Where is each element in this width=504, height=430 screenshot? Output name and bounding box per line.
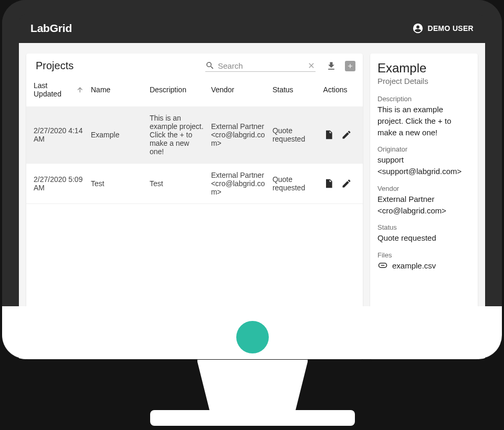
cell-name: Example — [88, 106, 146, 164]
cell-status: Quote requested — [269, 164, 320, 204]
details-description-value: This is an example project. Click the + … — [377, 104, 470, 138]
projects-tbody: 2/27/2020 4:14 AM Example This is an exa… — [26, 106, 363, 204]
details-status-value: Quote requested — [377, 232, 470, 244]
details-originator-label: Originator — [377, 145, 470, 153]
cell-last-updated: 2/27/2020 5:09 AM — [26, 164, 88, 204]
download-button[interactable] — [326, 61, 337, 71]
col-status[interactable]: Status — [269, 76, 320, 106]
col-vendor[interactable]: Vendor — [208, 76, 269, 106]
file-link[interactable]: example.csv — [377, 260, 470, 271]
col-description[interactable]: Description — [146, 76, 208, 106]
cell-description: This is an example project. Click the + … — [146, 106, 208, 164]
monitor-led — [236, 321, 269, 353]
cell-status: Quote requested — [269, 106, 320, 164]
projects-table: Last Updated Name Description Vendor Sta… — [26, 76, 363, 204]
cell-vendor: External Partner <cro@labgrid.com> — [208, 106, 269, 164]
account-icon — [412, 23, 424, 34]
details-title: Example — [377, 61, 470, 76]
view-details-button[interactable] — [323, 178, 334, 189]
details-files-label: Files — [377, 251, 470, 259]
user-label: DEMO USER — [428, 24, 474, 33]
edit-button[interactable] — [341, 130, 352, 140]
user-menu[interactable]: DEMO USER — [412, 23, 474, 34]
cell-name: Test — [88, 164, 146, 204]
clear-search-icon[interactable] — [307, 61, 316, 70]
cell-vendor: External Partner <cro@labgrid.com> — [208, 164, 269, 204]
details-description-label: Description — [377, 95, 470, 103]
search-field-wrapper — [205, 60, 316, 72]
add-project-button[interactable] — [345, 61, 355, 71]
details-status-label: Status — [377, 223, 470, 231]
link-icon — [377, 260, 388, 271]
brand-title: LabGrid — [30, 22, 72, 35]
edit-button[interactable] — [341, 178, 352, 189]
file-name: example.csv — [392, 261, 436, 270]
monitor-stand-base — [150, 410, 355, 426]
search-input[interactable] — [218, 61, 307, 70]
col-last-updated[interactable]: Last Updated — [26, 76, 88, 106]
search-icon — [205, 61, 215, 70]
view-details-button[interactable] — [323, 130, 334, 140]
cell-last-updated: 2/27/2020 4:14 AM — [26, 106, 88, 164]
projects-title: Projects — [36, 60, 74, 72]
col-last-updated-label: Last Updated — [34, 81, 73, 98]
details-originator-value: support <support@labgrid.com> — [377, 154, 470, 177]
app-bar: LabGrid DEMO USER — [19, 14, 485, 43]
col-actions: Actions — [320, 76, 363, 106]
details-subtitle: Project Details — [377, 77, 470, 85]
details-vendor-value: External Partner <cro@labgrid.com> — [377, 194, 470, 217]
details-vendor-label: Vendor — [377, 185, 470, 192]
col-name[interactable]: Name — [88, 76, 146, 106]
cell-description: Test — [146, 164, 208, 204]
monitor-stand-neck — [197, 360, 308, 414]
sort-asc-icon — [76, 85, 85, 94]
table-row[interactable]: 2/27/2020 4:14 AM Example This is an exa… — [26, 106, 363, 164]
table-row[interactable]: 2/27/2020 5:09 AM Test Test External Par… — [26, 164, 363, 204]
